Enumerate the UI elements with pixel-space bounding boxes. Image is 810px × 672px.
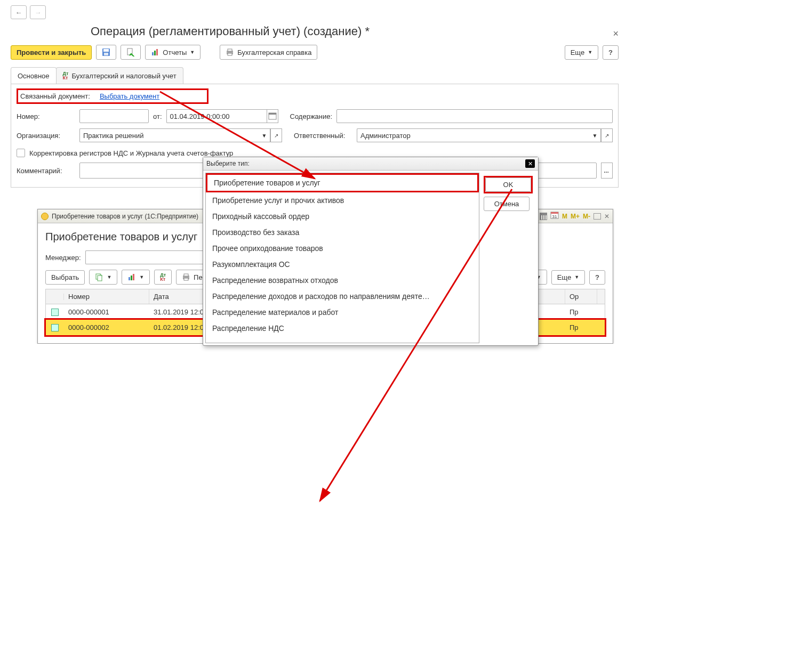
acc-note-label: Бухгалтерская справка [237,48,311,56]
more-button-2[interactable]: Еще ▼ [551,270,585,285]
svg-rect-18 [98,276,102,281]
more-button[interactable]: Еще ▼ [565,45,598,60]
tab-main[interactable]: Основное [11,67,57,84]
cell-org: Пр [565,304,597,320]
type-item-3[interactable]: Производство без заказа [206,224,479,240]
svg-rect-23 [184,274,188,276]
type-item-7[interactable]: Распределение доходов и расходов по напр… [206,288,479,304]
help-button[interactable]: ? [603,45,619,60]
type-item-1[interactable]: Приобретение услуг и прочих активов [206,192,479,208]
chevron-down-icon: ▼ [574,274,579,280]
cell-num: 0000-000002 [64,320,149,335]
svg-text:31: 31 [552,214,557,219]
vat-label: Корректировка регистров НДС и Журнала уч… [29,149,233,157]
mem-m[interactable]: M [562,213,567,220]
resp-label: Ответственный: [294,132,352,140]
type-item-9[interactable]: Распределение НДС [206,320,479,336]
save-button[interactable] [96,45,116,60]
comment-ellipsis-button[interactable]: … [601,163,613,179]
chart-icon [127,273,136,281]
type-item-4[interactable]: Прочее оприходование товаров [206,240,479,256]
dtkt-icon: ДтКт [160,273,166,281]
type-dialog-title: Выберите тип: [206,160,250,167]
app-icon [41,213,49,220]
svg-rect-4 [152,52,154,55]
help-label: ? [595,273,599,281]
col-org[interactable]: Ор [565,289,597,304]
win-min-icon[interactable] [594,213,601,220]
reports-button-2[interactable]: ▼ [122,270,150,285]
win-close-icon[interactable]: ✕ [604,213,609,220]
type-item-0[interactable]: Приобретение товаров и услуг [207,175,477,191]
reports-button[interactable]: Отчеты ▼ [145,45,201,60]
resp-dropdown-button[interactable]: ▼ [589,128,601,142]
svg-rect-19 [129,277,130,280]
manager-label: Менеджер: [45,254,81,262]
svg-rect-21 [133,274,134,280]
resp-input[interactable]: Администратор [357,128,589,142]
post-close-button[interactable]: Провести и закрыть [11,45,92,60]
nav-back-button[interactable]: ← [11,5,27,19]
calendar-icon[interactable]: 31 [550,211,559,221]
date-input[interactable]: 01.04.2019 0:00:00 [166,109,267,123]
win2-titlebar-text: Приобретение товаров и услуг (1С:Предпри… [52,213,198,220]
vat-checkbox[interactable] [17,149,25,157]
col-date-label: Дата [154,293,169,301]
chevron-down-icon: ▼ [107,274,111,280]
subject-input[interactable] [336,109,613,123]
calc-icon[interactable] [540,213,547,220]
col-number[interactable]: Номер [64,289,149,304]
type-item-8[interactable]: Распределение материалов и работ [206,304,479,320]
mem-mminus[interactable]: M- [583,213,590,220]
linked-label: Связанный документ: [20,92,90,100]
svg-rect-1 [103,49,109,52]
svg-rect-6 [156,49,158,55]
type-item-6[interactable]: Распределение возвратных отходов [206,272,479,288]
dtkt-icon: ДтКт [63,71,69,80]
page-title: Операция (регламентированный учет) (созд… [91,25,370,38]
acc-note-button[interactable]: Бухгалтерская справка [220,45,317,60]
type-item-5[interactable]: Разукомплектация ОС [206,256,479,272]
close-icon[interactable]: × [613,28,619,39]
type-dialog-close-icon[interactable]: ✕ [525,159,535,168]
nav-fwd-button[interactable]: → [30,5,46,19]
type-ok-button[interactable]: OK [485,177,531,192]
tab-acc-tax[interactable]: ДтКт Бухгалтерский и налоговый учет [56,67,183,84]
help-label: ? [608,48,613,56]
svg-rect-8 [228,49,232,51]
chart-icon [151,48,159,56]
chevron-down-icon: ▼ [139,274,144,280]
calendar-icon [268,112,277,120]
post-button[interactable] [121,45,141,60]
svg-rect-15 [551,212,558,214]
type-item-2[interactable]: Приходный кассовый ордер [206,208,479,224]
comment-label: Комментарий: [17,167,75,175]
type-cancel-button[interactable]: Отмена [484,197,530,211]
type-dialog: Выберите тип: ✕ Приобретение товаров и у… [203,157,539,344]
calendar-button[interactable] [267,109,278,123]
type-list[interactable]: Приобретение товаров и услуг Приобретени… [205,173,479,343]
help-button-2[interactable]: ? [589,270,605,285]
chevron-down-icon: ▼ [588,50,592,55]
number-input[interactable] [79,109,149,123]
more-label: Еще [557,273,571,281]
resp-open-button[interactable]: ↗ [601,128,613,142]
choose-document-link[interactable]: Выбрать документ [100,92,159,100]
svg-rect-2 [104,53,108,55]
svg-rect-9 [228,53,232,55]
from-label: от: [153,112,162,120]
org-open-button[interactable]: ↗ [270,128,282,142]
tab-acc-tax-label: Бухгалтерский и налоговый учет [71,72,176,80]
print-icon [182,273,190,281]
doc-status-icon [51,309,59,316]
dtkt-button[interactable]: ДтКт [154,270,172,285]
post-icon [126,48,135,56]
print-icon [226,48,234,56]
reports-label: Отчеты [163,48,187,56]
create-from-button[interactable]: ▼ [89,270,117,285]
org-label: Организация: [17,132,75,140]
mem-mplus[interactable]: M+ [571,213,580,220]
org-input[interactable]: Практика решений [79,128,259,142]
select-button[interactable]: Выбрать [45,270,85,285]
org-dropdown-button[interactable]: ▼ [259,128,270,142]
